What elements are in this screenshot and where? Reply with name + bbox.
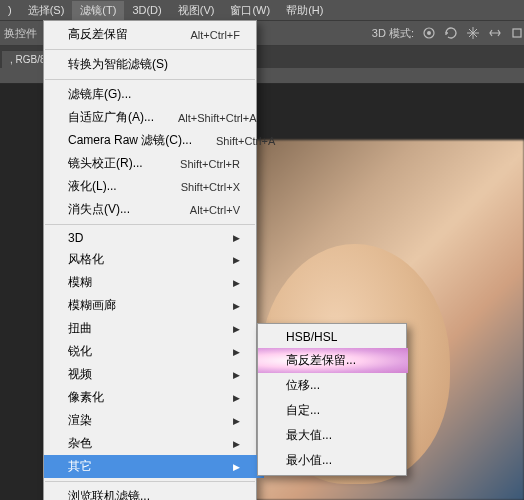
submenu-arrow-icon: ▶: [233, 324, 240, 334]
menu-liquify[interactable]: 液化(L)...Shift+Ctrl+X: [44, 175, 264, 198]
submenu-hsb-hsl[interactable]: HSB/HSL: [258, 326, 408, 348]
menu-separator: [45, 49, 255, 50]
menu-separator: [45, 79, 255, 80]
menu-convert-smart[interactable]: 转换为智能滤镜(S): [44, 53, 264, 76]
menu-label: 杂色: [68, 435, 92, 452]
scale-icon[interactable]: [510, 26, 524, 40]
menu-label: 模糊: [68, 274, 92, 291]
menu-label: 其它: [68, 458, 92, 475]
menu-3d[interactable]: 3D▶: [44, 228, 264, 248]
pan-icon[interactable]: [466, 26, 480, 40]
menu-pixelate[interactable]: 像素化▶: [44, 386, 264, 409]
submenu-arrow-icon: ▶: [233, 439, 240, 449]
submenu-arrow-icon: ▶: [233, 416, 240, 426]
menubar-item-partial[interactable]: ): [0, 2, 20, 18]
filter-dropdown: 高反差保留 Alt+Ctrl+F 转换为智能滤镜(S) 滤镜库(G)... 自适…: [43, 20, 257, 500]
slide-icon[interactable]: [488, 26, 502, 40]
submenu-arrow-icon: ▶: [233, 370, 240, 380]
submenu-arrow-icon: ▶: [233, 278, 240, 288]
menu-sharpen[interactable]: 锐化▶: [44, 340, 264, 363]
other-submenu: HSB/HSL 高反差保留... 位移... 自定... 最大值... 最小值.…: [257, 323, 407, 476]
menu-label: 位移...: [286, 377, 320, 394]
menu-shortcut: Alt+Ctrl+V: [190, 204, 240, 216]
menu-label: 风格化: [68, 251, 104, 268]
menu-filter-gallery[interactable]: 滤镜库(G)...: [44, 83, 264, 106]
menu-other[interactable]: 其它▶: [44, 455, 264, 478]
svg-rect-6: [513, 29, 521, 37]
menu-label: 3D: [68, 231, 83, 245]
menu-label: HSB/HSL: [286, 330, 337, 344]
menu-label: 锐化: [68, 343, 92, 360]
menu-label: 高反差保留...: [286, 352, 356, 369]
menu-label: 模糊画廊: [68, 297, 116, 314]
menu-recent-filter[interactable]: 高反差保留 Alt+Ctrl+F: [44, 23, 264, 46]
menu-bar: ) 选择(S) 滤镜(T) 3D(D) 视图(V) 窗口(W) 帮助(H): [0, 0, 524, 20]
menu-adaptive-wide-angle[interactable]: 自适应广角(A)...Alt+Shift+Ctrl+A: [44, 106, 264, 129]
submenu-maximum[interactable]: 最大值...: [258, 423, 408, 448]
toolbar-left-label: 换控件: [4, 26, 37, 41]
menu-label: 最小值...: [286, 452, 332, 469]
menu-video[interactable]: 视频▶: [44, 363, 264, 386]
rotate-icon[interactable]: [444, 26, 458, 40]
toolbar-mode-label: 3D 模式:: [372, 26, 414, 41]
svg-point-5: [427, 31, 431, 35]
menubar-item-3d[interactable]: 3D(D): [124, 2, 169, 18]
menu-browse-online[interactable]: 浏览联机滤镜...: [44, 485, 264, 500]
menubar-item-select[interactable]: 选择(S): [20, 1, 73, 20]
menu-shortcut: Shift+Ctrl+R: [180, 158, 240, 170]
menu-label: 最大值...: [286, 427, 332, 444]
menu-separator: [45, 224, 255, 225]
menu-vanishing-point[interactable]: 消失点(V)...Alt+Ctrl+V: [44, 198, 264, 221]
menu-label: 渲染: [68, 412, 92, 429]
submenu-arrow-icon: ▶: [233, 255, 240, 265]
menu-label: 浏览联机滤镜...: [68, 488, 150, 500]
menu-label: 镜头校正(R)...: [68, 155, 143, 172]
menu-label: 自适应广角(A)...: [68, 109, 154, 126]
submenu-minimum[interactable]: 最小值...: [258, 448, 408, 473]
menu-shortcut: Alt+Shift+Ctrl+A: [178, 112, 257, 124]
menu-render[interactable]: 渲染▶: [44, 409, 264, 432]
menu-shortcut: Alt+Ctrl+F: [190, 29, 240, 41]
menubar-item-filter[interactable]: 滤镜(T): [72, 1, 124, 20]
menu-label: 滤镜库(G)...: [68, 86, 131, 103]
menu-shortcut: Shift+Ctrl+X: [181, 181, 240, 193]
submenu-arrow-icon: ▶: [233, 301, 240, 311]
menu-label: Camera Raw 滤镜(C)...: [68, 132, 192, 149]
submenu-arrow-icon: ▶: [233, 393, 240, 403]
submenu-custom[interactable]: 自定...: [258, 398, 408, 423]
menu-label: 高反差保留: [68, 26, 128, 43]
submenu-high-pass[interactable]: 高反差保留...: [258, 348, 408, 373]
menu-distort[interactable]: 扭曲▶: [44, 317, 264, 340]
menu-blur[interactable]: 模糊▶: [44, 271, 264, 294]
menu-shortcut: Shift+Ctrl+A: [216, 135, 275, 147]
menu-label: 扭曲: [68, 320, 92, 337]
menu-label: 液化(L)...: [68, 178, 117, 195]
menubar-item-help[interactable]: 帮助(H): [278, 1, 331, 20]
menu-label: 消失点(V)...: [68, 201, 130, 218]
menubar-item-view[interactable]: 视图(V): [170, 1, 223, 20]
menu-label: 视频: [68, 366, 92, 383]
menu-label: 自定...: [286, 402, 320, 419]
menu-camera-raw[interactable]: Camera Raw 滤镜(C)...Shift+Ctrl+A: [44, 129, 264, 152]
submenu-offset[interactable]: 位移...: [258, 373, 408, 398]
menu-lens-correction[interactable]: 镜头校正(R)...Shift+Ctrl+R: [44, 152, 264, 175]
submenu-arrow-icon: ▶: [233, 233, 240, 243]
menu-separator: [45, 481, 255, 482]
menu-noise[interactable]: 杂色▶: [44, 432, 264, 455]
submenu-arrow-icon: ▶: [233, 347, 240, 357]
menu-stylize[interactable]: 风格化▶: [44, 248, 264, 271]
menu-blur-gallery[interactable]: 模糊画廊▶: [44, 294, 264, 317]
menu-label: 像素化: [68, 389, 104, 406]
orbit-icon[interactable]: [422, 26, 436, 40]
submenu-arrow-icon: ▶: [233, 462, 240, 472]
menu-label: 转换为智能滤镜(S): [68, 56, 168, 73]
menubar-item-window[interactable]: 窗口(W): [222, 1, 278, 20]
